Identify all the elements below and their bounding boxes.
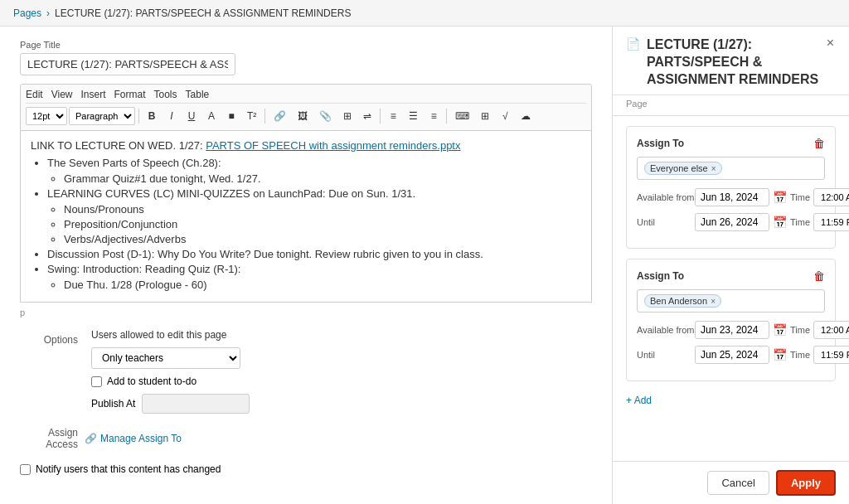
assign-card-2: Assign To 🗑 Ben Anderson × Available fro… (626, 259, 836, 381)
underline-button[interactable]: U (182, 107, 201, 125)
card-2-until-input[interactable] (695, 346, 769, 364)
card-1-available-from-time-select[interactable]: 12:00 AM (813, 188, 849, 206)
editor-content[interactable]: LINK TO LECTURE ON WED. 1/27: PARTS OF S… (20, 131, 592, 303)
notify-checkbox[interactable] (20, 464, 31, 475)
list-button[interactable]: ☰ (404, 107, 423, 125)
card-1-until-label: Until (637, 217, 695, 227)
content-list: The Seven Parts of Speech (Ch.28): Gramm… (47, 157, 581, 291)
toolbar-sep-1 (138, 109, 139, 124)
font-color-button[interactable]: A (202, 107, 221, 125)
publish-at-input[interactable] (142, 394, 250, 414)
card-2-available-from-row: Available from 📅 Time 12:00 AM Clear (637, 321, 825, 339)
card-1-until-row: Until 📅 Time 11:59 PM Clear (637, 213, 825, 231)
card-2-available-from-label: Available from (637, 325, 695, 335)
toolbar-sep-3 (380, 109, 381, 124)
notify-label: Notify users that this content has chang… (36, 463, 221, 475)
apply-button[interactable]: Apply (776, 470, 836, 496)
link-button[interactable]: 🔗 (269, 107, 291, 125)
cancel-button[interactable]: Cancel (707, 471, 769, 495)
bold-button[interactable]: B (143, 107, 161, 125)
manage-assign-to-link[interactable]: 🔗 Manage Assign To (85, 433, 182, 444)
card-1-until-input[interactable] (695, 213, 769, 231)
card-1-available-from-label: Available from (637, 192, 695, 202)
assign-card-2-header: Assign To 🗑 (637, 269, 825, 283)
align-button[interactable]: ≡ (384, 107, 402, 125)
menu-view[interactable]: View (51, 89, 73, 100)
assign-access-row: Assign Access 🔗 Manage Assign To (20, 427, 592, 450)
superscript-button[interactable]: T² (242, 107, 261, 125)
add-to-todo-checkbox[interactable] (91, 376, 102, 387)
math-button[interactable]: √ (496, 107, 514, 125)
code-button[interactable]: ⌨ (450, 107, 474, 125)
add-assign-button[interactable]: + Add (626, 391, 652, 410)
content-link-prefix: LINK TO LECTURE ON WED. 1/27: PARTS OF S… (31, 139, 581, 152)
card-2-until-field: 📅 (695, 346, 787, 364)
todo-row: Add to student to-do (91, 376, 592, 387)
assign-card-2-title: Assign To (637, 270, 684, 282)
card-2-available-from-cal-icon[interactable]: 📅 (773, 323, 787, 337)
editor-toolbar: Edit View Insert Format Tools Table 12pt… (20, 84, 592, 131)
assign-to-1-input[interactable]: Everyone else × (637, 157, 825, 180)
card-2-available-from-time-select[interactable]: 12:00 AM (813, 321, 849, 339)
card-1-until-time-label: Time (790, 217, 810, 227)
card-1-available-from-cal-icon[interactable]: 📅 (773, 191, 787, 204)
menu-edit[interactable]: Edit (26, 89, 43, 100)
manage-link-icon: 🔗 (85, 433, 97, 444)
card-2-until-cal-icon[interactable]: 📅 (773, 348, 787, 361)
list-item-2-1: Nouns/Pronouns (64, 203, 581, 216)
menu-tools[interactable]: Tools (154, 89, 177, 100)
edit-permissions-select[interactable]: Only teachers Teachers and students Anyo… (91, 347, 240, 369)
card-1-until-time-select[interactable]: 11:59 PM (813, 213, 849, 231)
embed-button[interactable]: ⊞ (338, 107, 357, 125)
card-1-available-from-row: Available from 📅 Time 12:00 AM Clear (637, 188, 825, 206)
assign-card-1-title: Assign To (637, 138, 684, 149)
publish-at-row: Publish At (91, 394, 592, 414)
ben-anderson-tag-close[interactable]: × (711, 297, 716, 306)
close-button[interactable]: × (825, 36, 836, 50)
breadcrumb-pages-link[interactable]: Pages (13, 7, 41, 19)
right-panel-subtitle: Page (613, 95, 849, 116)
everyone-else-label: Everyone else (650, 163, 708, 173)
equation-button[interactable]: ⇌ (358, 107, 376, 125)
highlight-button[interactable]: ■ (222, 107, 240, 125)
card-2-available-from-time-label: Time (790, 325, 810, 335)
ben-anderson-label: Ben Anderson (650, 296, 707, 306)
list-item-4-1: Due Thu. 1/28 (Prologue - 60) (64, 279, 581, 291)
toolbar-sep-2 (264, 109, 265, 124)
list-item-4: Swing: Introduction: Reading Quiz (R-1):… (47, 263, 581, 291)
page-title-input[interactable] (20, 53, 235, 75)
menu-insert[interactable]: Insert (80, 89, 105, 100)
breadcrumb-separator: › (46, 7, 50, 19)
italic-button[interactable]: I (163, 107, 181, 125)
doc-icon: 📄 (626, 36, 640, 51)
card-1-available-from-input[interactable] (695, 188, 769, 206)
media-button[interactable]: 📎 (314, 107, 337, 125)
menu-table[interactable]: Table (186, 89, 210, 100)
table-button[interactable]: ⊞ (476, 107, 494, 125)
right-panel-title-text: LECTURE (1/27): PARTS/SPEECH & ASSIGNMEN… (647, 36, 825, 88)
ben-anderson-tag: Ben Anderson × (644, 294, 721, 308)
card-2-available-from-input[interactable] (695, 321, 769, 339)
assign-card-2-delete[interactable]: 🗑 (813, 269, 825, 283)
card-2-until-row: Until 📅 Time 11:59 PM Clear (637, 346, 825, 364)
menu-format[interactable]: Format (114, 89, 146, 100)
list-item-1: The Seven Parts of Speech (Ch.28): Gramm… (47, 157, 581, 185)
manage-link-text: Manage Assign To (100, 433, 182, 444)
font-size-select[interactable]: 12pt (26, 107, 67, 125)
assign-to-2-input[interactable]: Ben Anderson × (637, 289, 825, 313)
card-1-until-cal-icon[interactable]: 📅 (773, 216, 787, 229)
list-item-2-3: Verbs/Adjectives/Adverbs (64, 233, 581, 245)
lecture-link[interactable]: PARTS OF SPEECH with assignment reminder… (206, 139, 460, 152)
options-label: Options (20, 329, 78, 346)
card-1-available-from-field: 📅 (695, 188, 787, 206)
publish-at-label: Publish At (91, 398, 135, 410)
card-2-until-time-select[interactable]: 11:59 PM (813, 346, 849, 364)
everyone-else-tag-close[interactable]: × (711, 164, 716, 173)
card-2-until-time-label: Time (790, 350, 810, 360)
cloud-button[interactable]: ☁ (516, 107, 536, 125)
image-button[interactable]: 🖼 (293, 107, 313, 125)
indent-button[interactable]: ≡ (424, 107, 443, 125)
toolbar-controls: 12pt Paragraph B I U A ■ T² 🔗 🖼 📎 ⊞ ⇌ (26, 104, 586, 128)
assign-card-1-delete[interactable]: 🗑 (813, 137, 825, 150)
paragraph-select[interactable]: Paragraph (69, 107, 135, 125)
